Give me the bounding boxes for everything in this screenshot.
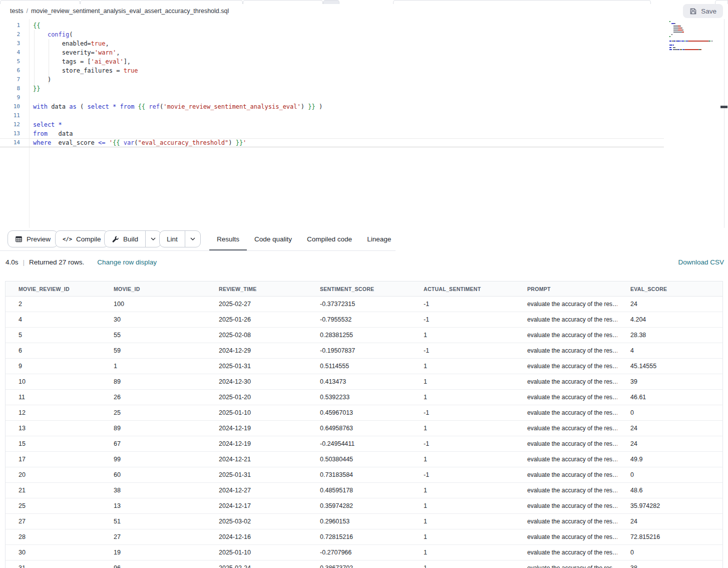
cell-prompt[interactable]: evaluate the accuracy of the res… (514, 316, 617, 323)
chevron-down-icon (190, 237, 195, 240)
code-line-9[interactable]: 9 (0, 93, 724, 102)
table-row: 30192025-01-10-0.27079661evaluate the ac… (6, 545, 722, 560)
cell-movie-id: 38 (101, 487, 206, 494)
breadcrumb: tests/movie_review_sentiment_analysis_ev… (10, 8, 229, 15)
compile-button[interactable]: </> Compile (55, 230, 109, 247)
code-line-1[interactable]: 1{{ (0, 21, 724, 30)
top-tab-fragment[interactable] (80, 0, 243, 4)
code-line-8[interactable]: 8}} (0, 84, 724, 93)
build-button[interactable]: Build (105, 231, 146, 247)
code-line-4[interactable]: 4 severity='warn', (0, 48, 724, 57)
cell-prompt[interactable]: evaluate the accuracy of the res… (514, 347, 617, 354)
cell-prompt[interactable]: evaluate the accuracy of the res… (514, 518, 617, 525)
cell-prompt[interactable]: evaluate the accuracy of the res… (514, 549, 617, 556)
breadcrumb-folder[interactable]: tests (10, 8, 23, 15)
scrollbar-handle[interactable] (720, 106, 727, 108)
breadcrumb-filename[interactable]: movie_review_sentiment_analysis_eval_ass… (31, 8, 229, 15)
cell-movie-review-id: 28 (6, 533, 101, 540)
code-text: tags = ['ai_eval'], (33, 58, 131, 65)
cell-review-time: 2024-12-19 (206, 425, 307, 432)
lint-dropdown-button[interactable] (185, 231, 200, 247)
cell-movie-id: 51 (101, 518, 206, 525)
cell-actual-sentiment: -1 (411, 301, 514, 308)
save-button[interactable]: Save (683, 4, 723, 18)
cell-sentiment-score: 0.50380445 (307, 456, 411, 463)
code-line-5[interactable]: 5 tags = ['ai_eval'], (0, 57, 724, 66)
tab-results[interactable]: Results (209, 228, 247, 251)
cell-actual-sentiment: 1 (411, 456, 514, 463)
cell-prompt[interactable]: evaluate the accuracy of the res… (514, 425, 617, 432)
cell-actual-sentiment: -1 (411, 471, 514, 478)
cell-prompt[interactable]: evaluate the accuracy of the res… (514, 440, 617, 447)
line-number: 5 (0, 57, 20, 66)
top-tab-fragment-active[interactable] (323, 0, 339, 4)
code-line-12[interactable]: 12select * (0, 120, 724, 129)
cell-prompt[interactable]: evaluate the accuracy of the res… (514, 409, 617, 416)
cell-review-time: 2024-12-30 (206, 378, 307, 385)
cell-prompt[interactable]: evaluate the accuracy of the res… (514, 456, 617, 463)
table-row: 27512025-03-020.29601531evaluate the acc… (6, 514, 722, 529)
code-editor[interactable]: 1{{2 config(3 enabled=true,4 severity='w… (0, 19, 724, 228)
code-line-13[interactable]: 13from data (0, 129, 724, 138)
code-line-11[interactable]: 11 (0, 111, 724, 120)
cell-prompt[interactable]: evaluate the accuracy of the res… (514, 487, 617, 494)
cell-prompt[interactable]: evaluate the accuracy of the res… (514, 471, 617, 478)
cell-prompt[interactable]: evaluate the accuracy of the res… (514, 564, 617, 568)
code-text: severity='warn', (33, 49, 120, 56)
code-text: ) (33, 76, 51, 83)
build-dropdown-button[interactable] (146, 231, 161, 247)
cell-movie-id: 100 (101, 301, 206, 308)
cell-eval-score: 48.6 (617, 487, 722, 494)
table-row: 31962025-02-240.386737021evaluate the ac… (6, 560, 722, 568)
top-tab-fragment[interactable] (393, 0, 651, 4)
cell-sentiment-score: -0.24954411 (307, 440, 411, 447)
preview-button[interactable]: Preview (8, 230, 58, 247)
cell-prompt[interactable]: evaluate the accuracy of the res… (514, 332, 617, 339)
lint-button[interactable]: Lint (160, 231, 185, 247)
cell-movie-id: 27 (101, 533, 206, 540)
change-row-display-link[interactable]: Change row display (97, 258, 157, 266)
cell-eval-score: 4 (617, 347, 722, 354)
code-line-6[interactable]: 6 store_failures = true (0, 66, 724, 75)
tab-code-quality[interactable]: Code quality (247, 228, 299, 251)
cell-eval-score: 49.9 (617, 456, 722, 463)
cell-prompt[interactable]: evaluate the accuracy of the res… (514, 378, 617, 385)
download-csv-link[interactable]: Download CSV (678, 258, 724, 266)
top-tab-fragment[interactable] (715, 0, 728, 4)
table-icon (15, 235, 23, 243)
top-tab-fragment[interactable] (243, 0, 323, 4)
code-text: where eval_score <= '{{ var("eval_accura… (33, 139, 246, 146)
cell-prompt[interactable]: evaluate the accuracy of the res… (514, 363, 617, 370)
line-number: 11 (0, 111, 20, 120)
cell-review-time: 2025-03-02 (206, 518, 307, 525)
prompt-text: evaluate the accuracy of the res… (527, 347, 617, 354)
cell-eval-score: 72.815216 (617, 533, 722, 540)
cell-eval-score: 0 (617, 549, 722, 556)
table-row: 912025-01-310.51145551evaluate the accur… (6, 359, 722, 374)
code-line-14[interactable]: 14where eval_score <= '{{ var("eval_accu… (0, 138, 664, 147)
build-label: Build (123, 235, 138, 243)
code-line-7[interactable]: 7 ) (0, 75, 724, 84)
tab-compiled-code[interactable]: Compiled code (299, 228, 359, 251)
code-line-2[interactable]: 2 config( (0, 30, 724, 39)
cell-prompt[interactable]: evaluate the accuracy of the res… (514, 533, 617, 540)
minimap[interactable] (669, 21, 722, 51)
cell-prompt[interactable]: evaluate the accuracy of the res… (514, 301, 617, 308)
top-tab-fragment[interactable] (0, 0, 80, 4)
cell-movie-review-id: 9 (6, 363, 101, 370)
editor-tab-strip (0, 0, 728, 4)
cell-prompt[interactable]: evaluate the accuracy of the res… (514, 394, 617, 401)
cell-prompt[interactable]: evaluate the accuracy of the res… (514, 502, 617, 509)
cell-review-time: 2025-01-10 (206, 409, 307, 416)
cell-review-time: 2025-02-08 (206, 332, 307, 339)
code-line-3[interactable]: 3 enabled=true, (0, 39, 724, 48)
cell-eval-score: 0 (617, 471, 722, 478)
tab-lineage[interactable]: Lineage (359, 228, 399, 251)
cell-movie-review-id: 11 (6, 394, 101, 401)
cell-review-time: 2025-01-20 (206, 394, 307, 401)
minimap-line (669, 49, 722, 51)
line-number: 10 (0, 102, 20, 111)
code-line-10[interactable]: 10with data as ( select * from {{ ref('m… (0, 102, 724, 111)
code-text: from data (33, 130, 73, 137)
cell-movie-review-id: 25 (6, 502, 101, 509)
